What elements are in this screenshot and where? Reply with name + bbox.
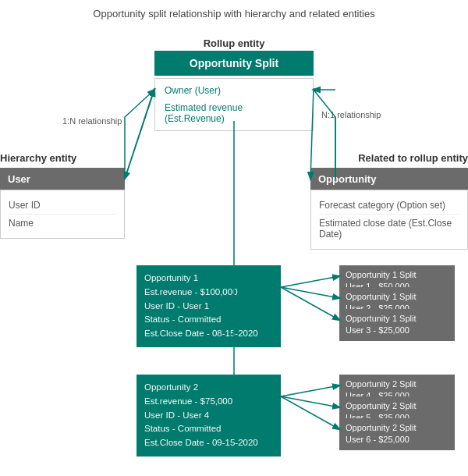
rollup-field1: Owner (User) <box>165 85 303 96</box>
hierarchy-section-label: Hierarchy entity <box>0 152 76 164</box>
hierarchy-box-label: User <box>8 173 30 185</box>
rollup-white-box: Owner (User) Estimated revenue (Est.Reve… <box>154 78 314 131</box>
right-relationship-label: N:1 relationship <box>321 109 381 121</box>
svg-line-0 <box>125 90 154 179</box>
diagram-container: Opportunity split relationship with hier… <box>0 0 468 476</box>
rollup-section-label: Rollup entity <box>156 37 312 49</box>
hierarchy-field-1: Name <box>9 215 116 232</box>
svg-line-7 <box>281 276 339 287</box>
opportunity-1-box: Opportunity 1 Est.revenue - $100,000 Use… <box>136 265 281 347</box>
svg-line-9 <box>281 287 339 320</box>
svg-line-8 <box>281 287 339 298</box>
related-field-0: Forecast category (Option set) <box>319 197 459 215</box>
hierarchy-white-box: User ID Name <box>0 190 125 239</box>
rollup-field2: Estimated revenue (Est.Revenue) <box>165 102 303 124</box>
split-2c: Opportunity 2 Split User 6 - $25,000 <box>339 418 455 450</box>
left-relationship-label: 1:N relationship <box>62 115 122 127</box>
opportunity-2-box: Opportunity 2 Est.revenue - $75,000 User… <box>136 375 281 456</box>
hierarchy-field-0: User ID <box>9 197 116 215</box>
svg-line-11 <box>281 396 339 407</box>
related-gray-box: Opportunity <box>310 168 468 190</box>
hierarchy-gray-box: User <box>0 168 125 190</box>
related-box-label: Opportunity <box>318 173 376 185</box>
related-field-1: Estimated close date (Est.Close Date) <box>319 215 459 243</box>
svg-line-3 <box>125 88 154 179</box>
related-section-label: Related to rollup entity <box>310 152 468 164</box>
svg-line-12 <box>281 396 339 429</box>
diagram-title: Opportunity split relationship with hier… <box>0 0 468 26</box>
related-white-box: Forecast category (Option set) Estimated… <box>310 190 468 250</box>
rollup-teal-box: Opportunity Split <box>154 51 314 76</box>
split-1c: Opportunity 1 Split User 3 - $25,000 <box>339 309 455 341</box>
rollup-box-label: Opportunity Split <box>190 57 278 69</box>
svg-line-10 <box>281 385 339 396</box>
